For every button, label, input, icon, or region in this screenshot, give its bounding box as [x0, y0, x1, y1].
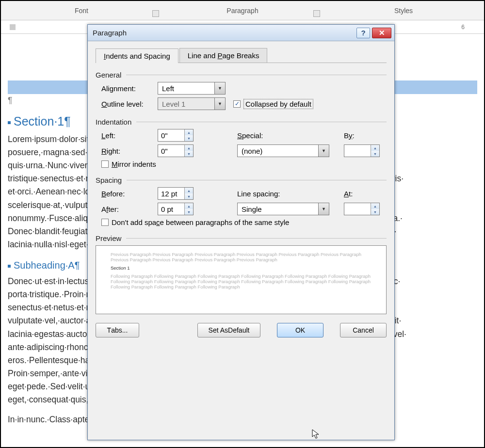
line-spacing-combo[interactable]: Single	[237, 203, 329, 215]
tab-line-page-breaks[interactable]: Line and Page Breaks	[179, 48, 268, 63]
collapsed-label: Collapsed by default	[243, 99, 313, 109]
mirror-indents-label: Mirror indents	[112, 160, 156, 168]
dialog-titlebar[interactable]: Paragraph ? ✕	[88, 25, 394, 41]
after-spinner[interactable]: 0 pt▲▼	[158, 203, 194, 215]
at-spinner[interactable]: ▲▼	[344, 203, 380, 215]
alignment-label: Alignment:	[101, 84, 158, 93]
group-indentation: Indentation	[96, 118, 387, 126]
at-label: At:	[344, 190, 353, 198]
chevron-down-icon[interactable]	[214, 98, 225, 110]
ribbon-group-label: Paragraph	[226, 7, 258, 15]
dialog-button-bar: Tabs... Set As Default OK Cancel	[96, 323, 387, 337]
group-general: General	[96, 71, 387, 79]
before-label: Before:	[101, 190, 158, 198]
collapse-marker-icon[interactable]	[8, 265, 11, 268]
by-label: BBy:	[344, 131, 355, 140]
ribbon-group-label: Styles	[394, 7, 413, 15]
preview-follow-text: Following Paragraph Following Paragraph …	[111, 273, 372, 289]
tab-indents-spacing[interactable]: Indents and Spacing	[96, 48, 178, 63]
before-spinner[interactable]: 12 pt▲▼	[158, 187, 194, 200]
indent-right-label: Right:	[101, 147, 158, 155]
ribbon: Font Paragraph Styles	[1, 1, 484, 20]
dialog-tabstrip: Indents and Spacing Line and Page Breaks	[96, 48, 387, 63]
chevron-down-icon[interactable]	[318, 203, 329, 215]
dont-add-space-label: Don't add space between paragraphs of th…	[112, 218, 289, 226]
group-preview: Preview	[96, 234, 387, 242]
cancel-button[interactable]: Cancel	[340, 323, 387, 337]
dont-add-space-checkbox[interactable]	[101, 219, 109, 226]
ribbon-group-styles: Styles	[323, 1, 484, 20]
close-button[interactable]: ✕	[372, 28, 391, 38]
special-combo[interactable]: (none)	[237, 144, 329, 157]
paragraph-dialog: Paragraph ? ✕ Indents and Spacing Line a…	[87, 24, 395, 440]
line-spacing-label: Line spacing:	[237, 190, 300, 198]
paragraph-launcher-icon[interactable]	[313, 10, 320, 17]
group-spacing: Spacing	[96, 176, 387, 184]
preview-pane: Previous Paragraph Previous Paragraph Pr…	[96, 245, 387, 314]
outline-level-label: Outline level:	[101, 100, 158, 108]
help-button[interactable]: ?	[356, 28, 370, 38]
collapse-marker-icon[interactable]	[8, 121, 11, 124]
outline-level-combo[interactable]: Level 1	[158, 97, 226, 110]
indent-right-spinner[interactable]: 0"▲▼	[158, 144, 194, 157]
preview-prev-text: Previous Paragraph Previous Paragraph Pr…	[111, 252, 372, 262]
ribbon-group-label: Font	[75, 7, 88, 15]
ok-button[interactable]: OK	[277, 323, 323, 337]
ruler-tick: 6	[461, 24, 465, 31]
tab-selector-icon[interactable]	[10, 24, 16, 30]
font-launcher-icon[interactable]	[152, 10, 159, 17]
mirror-indents-checkbox[interactable]	[101, 160, 109, 168]
mouse-cursor-icon	[312, 429, 320, 440]
preview-sample-text: Section 1	[111, 265, 372, 271]
ribbon-group-font: Font	[1, 1, 162, 20]
chevron-down-icon[interactable]	[214, 82, 225, 94]
set-as-default-button[interactable]: Set As Default	[197, 323, 260, 337]
indent-left-spinner[interactable]: 0"▲▼	[158, 129, 194, 142]
by-spinner[interactable]: ▲▼	[344, 144, 380, 157]
alignment-combo[interactable]: Left	[158, 82, 226, 95]
chevron-down-icon[interactable]	[318, 145, 329, 157]
dialog-title: Paragraph	[93, 29, 127, 37]
collapsed-checkbox[interactable]	[233, 100, 241, 108]
after-label: After:	[101, 205, 158, 213]
ribbon-group-paragraph: Paragraph	[162, 1, 323, 20]
indent-left-label: Left:	[101, 131, 158, 140]
special-label: Special:	[237, 131, 300, 140]
tabs-button[interactable]: Tabs...	[96, 323, 139, 337]
